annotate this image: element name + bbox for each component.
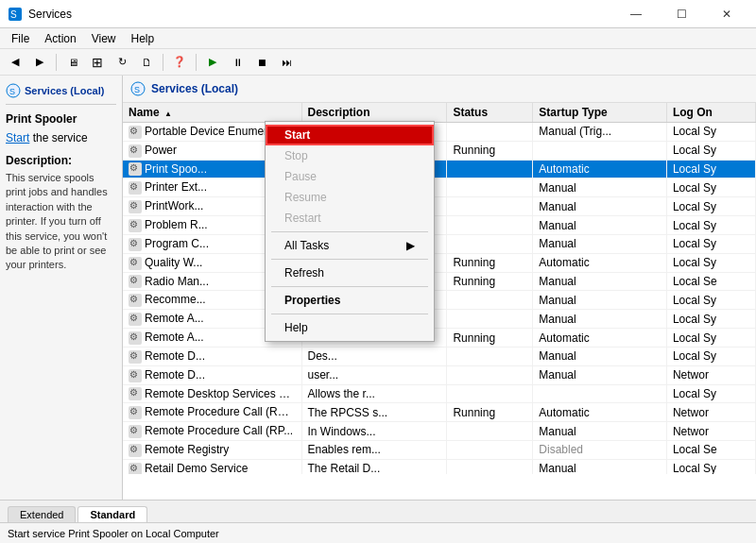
- service-icon: [129, 126, 142, 139]
- status-cell: Running: [447, 403, 533, 422]
- table-header-row: Name ▲ Description Status Startup Type L…: [123, 103, 756, 123]
- service-name: Print Spooler: [6, 112, 116, 126]
- service-icon: [129, 144, 142, 158]
- status-cell: [447, 216, 533, 235]
- table-row[interactable]: Problem R...vice ...ManualLocal Sy: [123, 216, 756, 235]
- startup-cell: Manual: [533, 234, 667, 253]
- table-row[interactable]: Print Spoo...vice ...AutomaticLocal Sy: [123, 160, 756, 178]
- service-icon: [129, 275, 142, 288]
- logon-cell: Local Sy: [666, 123, 755, 142]
- status-cell: [447, 384, 533, 403]
- menu-help[interactable]: Help: [124, 30, 163, 47]
- logon-cell: Local Sy: [666, 216, 755, 235]
- col-logon[interactable]: Log On: [666, 103, 755, 123]
- svg-text:S: S: [9, 87, 15, 96]
- table-row[interactable]: Remote Procedure Call (RP...In Windows..…: [123, 422, 756, 441]
- desc-cell: In Windows...: [301, 422, 447, 441]
- table-row[interactable]: Remote RegistryEnables rem...DisabledLoc…: [123, 441, 756, 460]
- desc-cell: Des...: [301, 347, 447, 365]
- table-row[interactable]: Program C...vice ...ManualLocal Sy: [123, 234, 756, 253]
- logon-cell: Local Sy: [666, 178, 755, 197]
- minimize-button[interactable]: —: [614, 1, 658, 27]
- status-cell: [447, 365, 533, 384]
- table-row[interactable]: Quality W...Win...RunningAutomaticLocal …: [123, 253, 756, 272]
- toolbar: ◀ ▶ 🖥 ⊞ ↻ 🗋 ❓ ▶ ⏸ ⏹ ⏭: [0, 49, 756, 76]
- toolbar-sep3: [196, 54, 197, 71]
- ctx-refresh[interactable]: Refresh: [266, 263, 434, 283]
- table-row[interactable]: Remote A...es di...RunningAutomaticLocal…: [123, 329, 756, 348]
- left-panel: S Services (Local) Print Spooler Start t…: [0, 76, 123, 500]
- toolbar-stop[interactable]: ⏹: [250, 52, 273, 73]
- toolbar-pause[interactable]: ⏸: [226, 52, 249, 73]
- status-cell: [447, 123, 533, 142]
- toolbar-refresh[interactable]: ↻: [111, 52, 133, 73]
- logon-cell: Local Sy: [666, 329, 755, 348]
- table-row[interactable]: Recomme...a aut...ManualLocal Sy: [123, 291, 756, 310]
- close-button[interactable]: ✕: [705, 1, 748, 27]
- service-icon: [129, 162, 142, 176]
- toolbar-restart[interactable]: ⏭: [275, 52, 298, 73]
- menu-view[interactable]: View: [84, 30, 124, 47]
- col-desc[interactable]: Description: [301, 103, 447, 123]
- link-suffix: the service: [29, 131, 87, 144]
- service-icon: [129, 313, 142, 326]
- table-row[interactable]: Printer Ext...vice ...ManualLocal Sy: [123, 178, 756, 197]
- col-status[interactable]: Status: [447, 103, 533, 123]
- svg-text:S: S: [134, 85, 140, 94]
- toolbar-forward[interactable]: ▶: [28, 52, 51, 73]
- start-service-link[interactable]: Start: [6, 131, 29, 144]
- startup-cell: [533, 384, 667, 403]
- table-row[interactable]: PrintWork...vice ...ManualLocal Sy: [123, 197, 756, 216]
- services-local-icon: S: [6, 83, 21, 98]
- context-menu: Start Stop Pause Resume Restart All Task…: [265, 121, 435, 342]
- menu-file[interactable]: File: [4, 30, 37, 47]
- table-row[interactable]: Retail Demo ServiceThe Retail D...Manual…: [123, 459, 756, 474]
- table-row[interactable]: Remote A...a co...ManualLocal Sy: [123, 310, 756, 329]
- col-name[interactable]: Name ▲: [123, 103, 301, 123]
- desc-label: Description:: [6, 154, 116, 167]
- ctx-sep3: [271, 286, 428, 287]
- menu-bar: File Action View Help: [0, 28, 756, 49]
- service-icon: [129, 425, 142, 438]
- maximize-button[interactable]: ☐: [660, 1, 703, 27]
- status-cell: Running: [447, 272, 533, 291]
- table-row[interactable]: Radio Man...Mana...RunningManualLocal Se: [123, 272, 756, 291]
- service-icon: [129, 294, 142, 307]
- tab-bar: Extended Standard: [0, 500, 756, 522]
- services-table-scroll[interactable]: Name ▲ Description Status Startup Type L…: [123, 103, 756, 474]
- ctx-all-tasks[interactable]: All Tasks ▶: [266, 235, 434, 256]
- toolbar-help[interactable]: ❓: [168, 52, 191, 73]
- startup-cell: Manual: [533, 197, 667, 216]
- status-cell: [447, 234, 533, 253]
- toolbar-back[interactable]: ◀: [4, 52, 26, 73]
- status-cell: Running: [447, 253, 533, 272]
- toolbar-console[interactable]: 🖥: [61, 52, 84, 73]
- ctx-properties[interactable]: Properties: [266, 290, 434, 311]
- toolbar-new[interactable]: ⊞: [86, 52, 109, 73]
- table-row[interactable]: Remote D...user...ManualNetwor: [123, 365, 756, 384]
- menu-action[interactable]: Action: [37, 30, 83, 47]
- logon-cell: Local Se: [666, 441, 755, 460]
- window-controls: — ☐ ✕: [614, 1, 748, 27]
- table-row[interactable]: PowerManages p...RunningLocal Sy: [123, 141, 756, 160]
- startup-cell: Automatic: [533, 160, 667, 178]
- tab-extended[interactable]: Extended: [8, 506, 76, 522]
- ctx-start[interactable]: Start: [266, 125, 434, 145]
- col-startup[interactable]: Startup Type: [533, 103, 667, 123]
- desc-cell: Enables rem...: [301, 441, 447, 460]
- desc-cell: user...: [301, 365, 447, 384]
- table-row[interactable]: Remote Desktop Services U...Allows the r…: [123, 384, 756, 403]
- ctx-restart: Restart: [266, 208, 434, 229]
- ctx-resume: Resume: [266, 187, 434, 208]
- table-row[interactable]: Remote D...Des...ManualLocal Sy: [123, 347, 756, 365]
- startup-cell: Manual: [533, 310, 667, 329]
- tab-standard[interactable]: Standard: [77, 506, 147, 522]
- right-panel-header: S Services (Local): [123, 76, 756, 103]
- table-row[interactable]: Remote Procedure Call (RPC)The RPCSS s..…: [123, 403, 756, 422]
- status-cell: [447, 422, 533, 441]
- left-panel-title: Services (Local): [25, 85, 104, 96]
- toolbar-export[interactable]: 🗋: [135, 52, 158, 73]
- toolbar-play[interactable]: ▶: [201, 52, 224, 73]
- ctx-help[interactable]: Help: [266, 317, 434, 338]
- table-row[interactable]: Portable Device Enumerator...Enforces gr…: [123, 123, 756, 142]
